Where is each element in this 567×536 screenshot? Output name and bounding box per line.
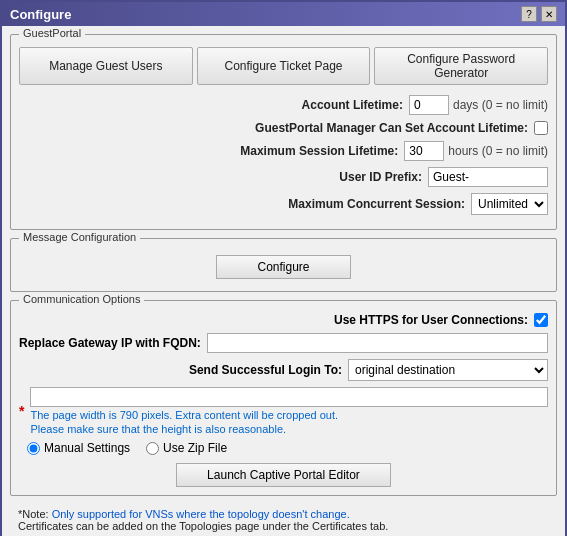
https-row: Use HTTPS for User Connections: bbox=[19, 313, 548, 327]
session-lifetime-row: Maximum Session Lifetime: hours (0 = no … bbox=[19, 141, 548, 161]
radio-row: Manual Settings Use Zip File bbox=[19, 441, 548, 455]
notes-section: *Note: Only supported for VNSs where the… bbox=[10, 504, 557, 536]
user-id-input[interactable] bbox=[428, 167, 548, 187]
custom-url-input[interactable] bbox=[30, 387, 548, 407]
launch-captive-portal-button[interactable]: Launch Captive Portal Editor bbox=[176, 463, 391, 487]
session-lifetime-label: Maximum Session Lifetime: bbox=[240, 144, 398, 158]
help-button[interactable]: ? bbox=[521, 6, 537, 22]
portal-button-row: Manage Guest Users Configure Ticket Page… bbox=[19, 47, 548, 85]
manual-settings-label: Manual Settings bbox=[44, 441, 130, 455]
window-close-button[interactable]: ✕ bbox=[541, 6, 557, 22]
note1-prefix: *Note: bbox=[18, 508, 52, 520]
session-lifetime-input[interactable] bbox=[404, 141, 444, 161]
main-window: Configure ? ✕ GuestPortal Manage Guest U… bbox=[0, 0, 567, 536]
manager-lifetime-row: GuestPortal Manager Can Set Account Life… bbox=[19, 121, 548, 135]
configure-password-generator-button[interactable]: Configure Password Generator bbox=[374, 47, 548, 85]
configure-ticket-page-button[interactable]: Configure Ticket Page bbox=[197, 47, 371, 85]
account-lifetime-inline: days (0 = no limit) bbox=[409, 95, 548, 115]
account-lifetime-row: Account Lifetime: days (0 = no limit) bbox=[19, 95, 548, 115]
zip-file-radio-label[interactable]: Use Zip File bbox=[146, 441, 227, 455]
https-label: Use HTTPS for User Connections: bbox=[334, 313, 528, 327]
gateway-row: Replace Gateway IP with FQDN: bbox=[19, 333, 548, 353]
comm-options-title: Communication Options bbox=[19, 293, 144, 305]
hint-text-1: The page width is 790 pixels. Extra cont… bbox=[30, 409, 548, 421]
https-checkbox[interactable] bbox=[534, 313, 548, 327]
zip-file-label: Use Zip File bbox=[163, 441, 227, 455]
hint-text-2: Please make sure that the height is also… bbox=[30, 423, 548, 435]
title-bar-buttons: ? ✕ bbox=[521, 6, 557, 22]
message-config-content: Configure bbox=[19, 251, 548, 283]
account-lifetime-label: Account Lifetime: bbox=[302, 98, 403, 112]
star-label: * bbox=[19, 403, 24, 419]
max-concurrent-row: Maximum Concurrent Session: Unlimited 1 … bbox=[19, 193, 548, 215]
guest-portal-group: GuestPortal Manage Guest Users Configure… bbox=[10, 34, 557, 230]
manager-lifetime-checkbox[interactable] bbox=[534, 121, 548, 135]
main-content: GuestPortal Manage Guest Users Configure… bbox=[2, 26, 565, 536]
configure-button[interactable]: Configure bbox=[216, 255, 350, 279]
max-concurrent-label: Maximum Concurrent Session: bbox=[288, 197, 465, 211]
account-lifetime-note: days (0 = no limit) bbox=[453, 98, 548, 112]
guest-portal-title: GuestPortal bbox=[19, 27, 85, 39]
gateway-label: Replace Gateway IP with FQDN: bbox=[19, 336, 201, 350]
note1-link: Only supported for VNSs where the topolo… bbox=[52, 508, 350, 520]
max-concurrent-select[interactable]: Unlimited 1 2 5 10 bbox=[471, 193, 548, 215]
zip-file-radio[interactable] bbox=[146, 442, 159, 455]
note2: Certificates can be added on the Topolog… bbox=[18, 520, 549, 532]
send-login-label: Send Successful Login To: bbox=[189, 363, 342, 377]
account-lifetime-input[interactable] bbox=[409, 95, 449, 115]
manual-settings-radio-label[interactable]: Manual Settings bbox=[27, 441, 130, 455]
manage-guest-users-button[interactable]: Manage Guest Users bbox=[19, 47, 193, 85]
send-login-row: Send Successful Login To: original desti… bbox=[19, 359, 548, 381]
custom-url-container: The page width is 790 pixels. Extra cont… bbox=[30, 387, 548, 435]
session-lifetime-inline: hours (0 = no limit) bbox=[404, 141, 548, 161]
send-login-select[interactable]: original destination custom URL bbox=[348, 359, 548, 381]
manual-settings-radio[interactable] bbox=[27, 442, 40, 455]
window-title: Configure bbox=[10, 7, 71, 22]
message-config-group: Message Configuration Configure bbox=[10, 238, 557, 292]
custom-url-row: * The page width is 790 pixels. Extra co… bbox=[19, 387, 548, 435]
comm-options-content: Use HTTPS for User Connections: Replace … bbox=[19, 313, 548, 487]
comm-options-group: Communication Options Use HTTPS for User… bbox=[10, 300, 557, 496]
guest-portal-content: Manage Guest Users Configure Ticket Page… bbox=[19, 47, 548, 215]
user-id-row: User ID Prefix: bbox=[19, 167, 548, 187]
launch-btn-row: Launch Captive Portal Editor bbox=[19, 463, 548, 487]
session-lifetime-note: hours (0 = no limit) bbox=[448, 144, 548, 158]
note1: *Note: Only supported for VNSs where the… bbox=[18, 508, 549, 520]
gateway-input[interactable] bbox=[207, 333, 548, 353]
message-config-title: Message Configuration bbox=[19, 231, 140, 243]
user-id-label: User ID Prefix: bbox=[339, 170, 422, 184]
title-bar: Configure ? ✕ bbox=[2, 2, 565, 26]
manager-lifetime-label: GuestPortal Manager Can Set Account Life… bbox=[255, 121, 528, 135]
